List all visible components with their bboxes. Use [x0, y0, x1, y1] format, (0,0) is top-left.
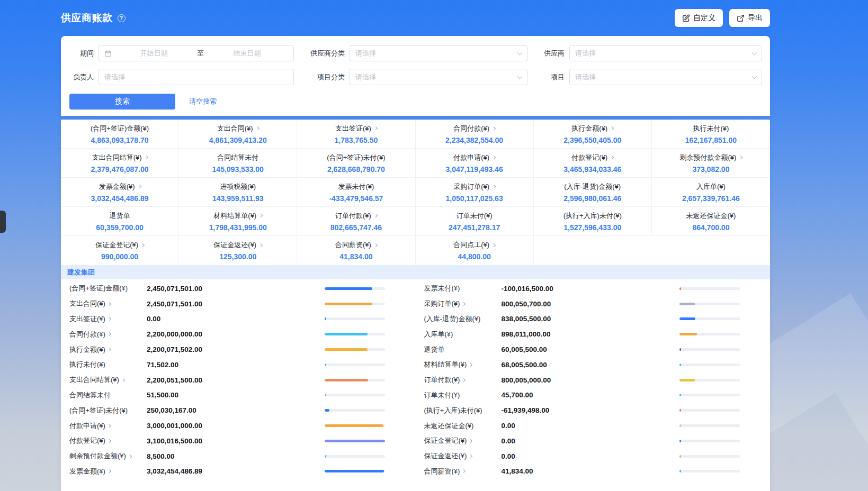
- side-drawer-handle[interactable]: [0, 211, 6, 233]
- summary-metric-cell: (入库-退货)金额(¥) 2,596,980,061.46: [534, 178, 652, 207]
- account-row[interactable]: 付款登记(¥) 3,100,016,500.00: [61, 433, 416, 449]
- summary-metric-cell[interactable]: 发票金额(¥) 3,032,454,486.89: [61, 178, 179, 207]
- metric-value: 3,465,934,033.46: [563, 165, 621, 174]
- summary-metric-cell[interactable]: 付款申请(¥) 3,047,119,493.46: [416, 149, 534, 178]
- progress-bar: [325, 363, 385, 366]
- metric-value: 2,596,980,061.46: [563, 194, 621, 203]
- chevron-right-icon: [610, 126, 614, 130]
- start-date-input[interactable]: 开始日期: [113, 49, 195, 58]
- metric-value: 44,800.00: [458, 252, 490, 261]
- summary-metric-cell[interactable]: 支出签证(¥) 1,783,765.50: [297, 120, 415, 149]
- account-row[interactable]: 支出合同结算(¥) 2,200,051,500.00: [61, 372, 416, 388]
- summary-metric-cell[interactable]: 合同点工(¥) 44,800.00: [416, 236, 534, 265]
- account-row[interactable]: 订单付款(¥) 800,005,000.00: [416, 372, 771, 388]
- clear-search-link[interactable]: 清空搜索: [189, 97, 217, 106]
- metric-value: 3,100,016,500.00: [147, 437, 325, 445]
- summary-metric-cell[interactable]: 支出合同结算(¥) 2,379,476,087.00: [61, 149, 179, 178]
- metric-label: (执行+入库)未付(¥): [563, 211, 622, 221]
- summary-metric-cell[interactable]: 保证金返还(¥) 125,300.00: [179, 236, 297, 265]
- metric-value: 0.00: [502, 437, 679, 445]
- account-row[interactable]: 保证金登记(¥) 0.00: [416, 433, 771, 449]
- metric-label: 付款申请(¥): [69, 421, 105, 431]
- customize-button[interactable]: 自定义: [675, 9, 723, 27]
- progress-bar: [679, 317, 740, 320]
- metric-value: 45,700.00: [502, 391, 679, 399]
- metric-label: 材料结算单(¥): [424, 360, 467, 369]
- chevron-down-icon: [752, 50, 757, 55]
- metric-value: 800,050,700.00: [502, 300, 679, 308]
- project-category-placeholder: 请选择: [355, 72, 518, 82]
- summary-metric-cell[interactable]: 采购订单(¥) 1,050,117,025.63: [416, 178, 534, 207]
- search-button[interactable]: 搜索: [69, 94, 175, 110]
- summary-metric-cell[interactable]: 付款登记(¥) 3,465,934,033.46: [534, 149, 652, 178]
- metric-label: 进项税额(¥): [220, 182, 256, 192]
- metric-value: 60,359,700.00: [96, 223, 144, 232]
- end-date-input[interactable]: 结束日期: [206, 49, 288, 58]
- metric-value: 2,657,339,761.46: [682, 194, 740, 203]
- summary-metric-cell[interactable]: 剩余预付款金额(¥) 373,082.00: [652, 149, 770, 178]
- chevron-right-icon: [259, 214, 263, 217]
- date-range-picker[interactable]: 开始日期 至 结束日期: [99, 45, 294, 61]
- account-row: 合同结算未付 51,500.00: [61, 388, 416, 403]
- group-detail: (合同+签证)金额(¥) 2,450,071,501.00 支出合同(¥) 2,…: [61, 279, 770, 479]
- account-row[interactable]: 剩余预付款金额(¥) 8,500.00: [61, 449, 416, 464]
- account-row[interactable]: 材料结算单(¥) 68,005,500.00: [416, 357, 771, 372]
- progress-bar-fill: [679, 348, 681, 351]
- metric-value: 41,834.00: [502, 467, 679, 475]
- progress-bar-fill: [325, 363, 326, 366]
- account-row[interactable]: 采购订单(¥) 800,050,700.00: [416, 296, 771, 312]
- account-row[interactable]: 支出签证(¥) 0.00: [61, 312, 416, 327]
- summary-metric-cell[interactable]: 保证金登记(¥) 990,000.00: [61, 236, 179, 265]
- progress-bar: [325, 348, 385, 351]
- progress-bar: [679, 424, 740, 427]
- account-row: 发票未付(¥) -100,016,500.00: [416, 281, 771, 296]
- summary-metric-cell: [534, 236, 652, 265]
- summary-metric-cell[interactable]: 合同薪资(¥) 41,834.00: [297, 236, 415, 265]
- progress-bar-fill: [325, 317, 326, 320]
- project-category-select[interactable]: 请选择: [350, 69, 527, 85]
- group-detail-right: 发票未付(¥) -100,016,500.00 采购订单(¥) 800,050,…: [416, 281, 771, 479]
- metric-value: 2,379,476,087.00: [91, 165, 149, 174]
- account-row: (合同+签证)未付(¥) 250,030,167.00: [61, 403, 416, 418]
- metric-label: 合同付款(¥): [69, 330, 105, 339]
- summary-metric-cell[interactable]: 合同付款(¥) 2,234,382,554.00: [416, 120, 534, 149]
- metric-value: -100,016,500.00: [502, 285, 679, 293]
- metric-label: 采购订单(¥): [424, 299, 460, 308]
- account-row[interactable]: 合同薪资(¥) 41,834.00: [416, 464, 771, 479]
- account-row[interactable]: 支出合同(¥) 2,450,071,501.00: [61, 296, 416, 312]
- metric-label: (合同+签证)金额(¥): [69, 284, 128, 293]
- project-label: 项目: [530, 72, 565, 82]
- progress-bar: [325, 303, 385, 305]
- account-row[interactable]: 合同付款(¥) 2,200,000,000.00: [61, 326, 416, 342]
- chevron-right-icon: [108, 317, 111, 321]
- metric-label: 发票金额(¥): [99, 182, 135, 192]
- chevron-right-icon: [462, 469, 466, 473]
- metric-value: 4,863,093,178.70: [91, 136, 149, 144]
- progress-bar: [679, 303, 740, 305]
- progress-bar-fill: [679, 409, 681, 412]
- metric-value: 3,047,119,493.46: [445, 165, 503, 174]
- progress-bar: [325, 287, 385, 290]
- export-icon: [737, 14, 745, 22]
- supplier-category-select[interactable]: 请选择: [350, 45, 527, 61]
- account-row[interactable]: 发票金额(¥) 3,032,454,486.89: [61, 464, 416, 479]
- help-icon[interactable]: ?: [118, 14, 126, 22]
- progress-bar: [325, 455, 385, 458]
- account-row[interactable]: 执行金额(¥) 2,200,071,502.00: [61, 342, 416, 357]
- account-row[interactable]: 保证金返还(¥) 0.00: [416, 449, 771, 464]
- metric-value: 143,959,511.93: [212, 194, 264, 203]
- summary-metric-cell[interactable]: 材料结算单(¥) 1,798,431,995.00: [179, 207, 297, 236]
- chevron-right-icon: [256, 126, 259, 130]
- metric-label: 支出合同(¥): [217, 124, 253, 133]
- account-row[interactable]: 付款申请(¥) 3,000,001,000.00: [61, 418, 416, 433]
- summary-metric-cell[interactable]: 执行金额(¥) 2,396,550,405.00: [534, 120, 652, 149]
- summary-metric-cell[interactable]: 订单付款(¥) 802,665,747.46: [297, 207, 415, 236]
- summary-metric-cell[interactable]: 支出合同(¥) 4,861,309,413.20: [179, 120, 297, 149]
- metric-label: 保证金返还(¥): [213, 240, 256, 250]
- progress-bar: [679, 287, 740, 290]
- project-select[interactable]: 请选择: [569, 69, 762, 85]
- export-button[interactable]: 导出: [729, 9, 770, 27]
- owner-select[interactable]: 请选择: [99, 69, 294, 85]
- supplier-select[interactable]: 请选择: [569, 45, 762, 61]
- progress-bar-fill: [325, 455, 326, 458]
